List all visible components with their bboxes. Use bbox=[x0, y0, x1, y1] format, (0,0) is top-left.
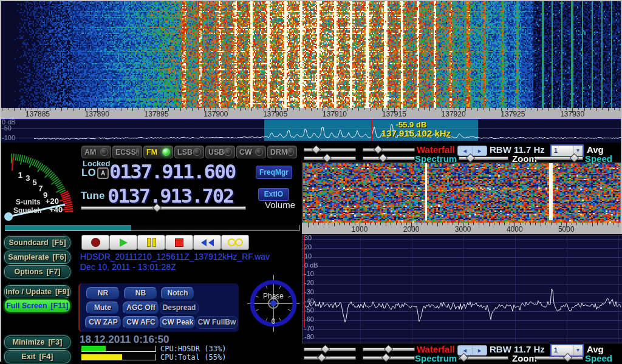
rf-spectrum-display[interactable] bbox=[0, 119, 622, 143]
mode-button-usb[interactable]: USB bbox=[205, 146, 235, 158]
speed-slider-bottom-track[interactable] bbox=[535, 356, 583, 360]
spectrum-brightness-slider-top-thumb[interactable] bbox=[323, 153, 332, 163]
nb-button[interactable]: NB bbox=[124, 287, 157, 300]
mode-button-am[interactable]: AM bbox=[81, 146, 111, 158]
waterfall-brightness-slider-top-thumb[interactable] bbox=[312, 145, 321, 155]
waterfall-contrast-slider-top-track[interactable] bbox=[363, 148, 415, 152]
speed-slider-top-thumb[interactable] bbox=[570, 153, 579, 163]
exit-button[interactable]: Exit[F4] bbox=[4, 350, 70, 363]
spectrum-brightness-slider-top[interactable] bbox=[304, 154, 356, 161]
audio-db-label: -60 bbox=[304, 316, 329, 323]
spectrum-brightness-slider-bottom-track[interactable] bbox=[304, 356, 356, 360]
mode-led-icon bbox=[100, 148, 108, 156]
dsp-button-panel: NRNBNotchMuteAGC OffDespreadCW ZAPCW AFC… bbox=[78, 283, 239, 332]
lo-frequency-display[interactable]: 0137.911.600 bbox=[109, 161, 235, 182]
spectrum-contrast-slider-top-track[interactable] bbox=[363, 157, 415, 160]
speed-slider-bottom-thumb[interactable] bbox=[563, 353, 573, 363]
cw-afc-button[interactable]: CW AFC bbox=[123, 316, 159, 329]
waterfall-brightness-slider-bottom[interactable] bbox=[304, 345, 356, 352]
spectrum-brightness-slider-bottom[interactable] bbox=[304, 354, 356, 361]
samplerate-button[interactable]: Samplerate[F6] bbox=[4, 251, 70, 264]
audio-db-label: -80 bbox=[304, 334, 329, 340]
spectrum-contrast-slider-top-thumb[interactable] bbox=[378, 153, 388, 163]
rf-waterfall-display[interactable] bbox=[0, 0, 622, 108]
squelch-label: Squelch bbox=[13, 207, 42, 214]
freqmgr-button[interactable]: FreqMgr bbox=[256, 166, 292, 179]
record-button[interactable] bbox=[81, 235, 109, 250]
info-update-button[interactable]: Info / Update[F9] bbox=[4, 285, 70, 298]
spectrum-label-bottom: Spectrum bbox=[415, 354, 457, 363]
cpu-hdsdr-bar bbox=[81, 346, 156, 352]
full-screen-button[interactable]: Full Screen[F11] bbox=[4, 299, 70, 312]
mode-led-icon bbox=[193, 148, 201, 156]
waterfall-brightness-slider-bottom-track[interactable] bbox=[304, 348, 356, 351]
spectrum-contrast-slider-top[interactable] bbox=[363, 154, 415, 161]
mode-button-label: FM bbox=[146, 148, 157, 157]
mute-button[interactable]: Mute bbox=[86, 302, 119, 314]
left-button-key: [F6] bbox=[53, 253, 67, 261]
waterfall-contrast-slider-bottom-thumb[interactable] bbox=[384, 345, 394, 354]
agc-off-button[interactable]: AGC Off bbox=[123, 302, 159, 314]
mode-button-drm[interactable]: DRM bbox=[267, 146, 297, 158]
waterfall-contrast-slider-top-thumb[interactable] bbox=[374, 145, 383, 155]
speed-slider-bottom[interactable] bbox=[535, 354, 583, 361]
mode-button-ecss[interactable]: ECSS bbox=[112, 146, 142, 158]
s-meter[interactable] bbox=[0, 144, 79, 237]
loop-button[interactable] bbox=[221, 235, 249, 250]
options-button[interactable]: Options[F7] bbox=[4, 265, 70, 278]
rf-freq-tick-label: 137930 bbox=[554, 110, 590, 118]
cpu-total-bar-fill bbox=[81, 354, 122, 360]
audio-spectrum-display[interactable] bbox=[302, 235, 622, 343]
spectrum-contrast-slider-bottom[interactable] bbox=[363, 354, 415, 361]
tune-frequency-display[interactable]: 0137.913.702 bbox=[108, 186, 233, 206]
rf-freq-tick-label: 137910 bbox=[316, 110, 353, 118]
zoom-label-bottom: Zoom bbox=[512, 354, 537, 363]
stop-button[interactable] bbox=[165, 235, 193, 250]
window-border-top bbox=[0, 0, 622, 1]
speed-slider-top[interactable] bbox=[535, 154, 583, 161]
cw-fullbw-button[interactable]: CW FullBw bbox=[196, 316, 238, 329]
hdsdr-window: 1378851378901378951379001379051379101379… bbox=[0, 0, 622, 364]
minimize-button[interactable]: Minimize[F3] bbox=[4, 335, 70, 349]
loop-icon bbox=[228, 238, 236, 246]
record-icon bbox=[91, 238, 100, 247]
zoom-slider-top[interactable] bbox=[459, 154, 508, 161]
volume-slider-thumb[interactable] bbox=[152, 203, 162, 213]
waterfall-brightness-slider-bottom-thumb[interactable] bbox=[321, 345, 330, 354]
mode-button-label: ECSS bbox=[115, 148, 136, 157]
waterfall-contrast-slider-bottom[interactable] bbox=[363, 345, 415, 352]
extio-button[interactable]: ExtIO bbox=[258, 188, 289, 201]
spectrum-contrast-slider-bottom-thumb[interactable] bbox=[381, 353, 391, 363]
squelch-level-bar[interactable] bbox=[5, 225, 299, 231]
play-button[interactable] bbox=[109, 235, 137, 250]
zoom-slider-top-thumb[interactable] bbox=[466, 153, 476, 163]
waterfall-contrast-slider-top[interactable] bbox=[363, 146, 415, 153]
audio-db-label: -70 bbox=[304, 325, 329, 332]
volume-slider-track[interactable] bbox=[81, 206, 246, 210]
nr-button[interactable]: NR bbox=[86, 287, 120, 300]
mode-button-cw[interactable]: CW bbox=[236, 146, 266, 158]
cpu-total-bar bbox=[81, 354, 156, 360]
spectrum-brightness-slider-bottom-thumb[interactable] bbox=[317, 353, 327, 363]
soundcard-button[interactable]: Soundcard[F5] bbox=[4, 236, 70, 249]
cw-peak-button[interactable]: CW Peak bbox=[160, 316, 196, 329]
left-button-label: Options bbox=[14, 268, 43, 276]
notch-button[interactable]: Notch bbox=[161, 287, 194, 300]
cw-zap-button[interactable]: CW ZAP bbox=[85, 316, 121, 329]
despread-button[interactable]: Despread bbox=[160, 302, 199, 314]
audio-waterfall-display[interactable] bbox=[302, 163, 621, 223]
mode-button-lsb[interactable]: LSB bbox=[174, 146, 204, 158]
zoom-slider-bottom[interactable] bbox=[459, 354, 508, 361]
pause-button[interactable] bbox=[137, 235, 165, 250]
mode-button-label: LSB bbox=[177, 148, 193, 157]
left-button-key: [F4] bbox=[39, 352, 53, 361]
volume-slider[interactable] bbox=[81, 204, 246, 211]
mode-button-fm[interactable]: FM bbox=[143, 146, 173, 158]
zoom-slider-bottom-thumb[interactable] bbox=[459, 353, 469, 363]
audio-frequency-scale[interactable]: 10002000300040005000 bbox=[302, 223, 622, 234]
rf-frequency-scale[interactable]: 1378851378901378951379001379051379101379… bbox=[0, 108, 622, 119]
rewind-button[interactable] bbox=[193, 235, 221, 250]
waterfall-brightness-slider-top[interactable] bbox=[304, 146, 356, 153]
lo-auto-badge[interactable]: A bbox=[97, 167, 109, 179]
rewind-icon bbox=[201, 239, 207, 246]
